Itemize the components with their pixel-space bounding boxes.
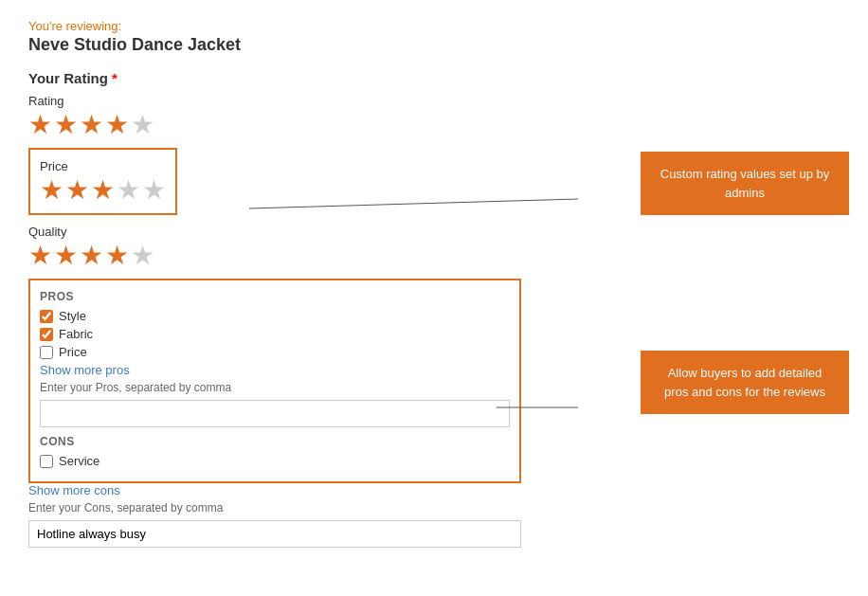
pros-price-label: Price bbox=[59, 345, 87, 359]
custom-rating-annotation: Custom rating values set up by admins bbox=[641, 152, 849, 215]
overall-rating-group: Rating ★ ★ ★ ★ ★ bbox=[28, 94, 559, 138]
price-rating-box: Price ★ ★ ★ ★ ★ bbox=[28, 148, 177, 215]
quality-star-5[interactable]: ★ bbox=[131, 243, 154, 269]
quality-star-1[interactable]: ★ bbox=[28, 243, 52, 269]
price-star-3[interactable]: ★ bbox=[91, 177, 115, 204]
cons-item-service: Service bbox=[40, 454, 510, 468]
quality-stars[interactable]: ★ ★ ★ ★ ★ bbox=[28, 243, 559, 269]
pros-input[interactable] bbox=[40, 400, 510, 427]
cons-service-checkbox[interactable] bbox=[40, 455, 53, 468]
cons-label: CONS bbox=[40, 435, 510, 448]
review-form: You're reviewing: Neve Studio Dance Jack… bbox=[28, 19, 559, 555]
star-4[interactable]: ★ bbox=[105, 112, 129, 138]
pros-cons-annotation-box: Allow buyers to add detailed pros and co… bbox=[641, 351, 849, 414]
custom-rating-annotation-box: Custom rating values set up by admins bbox=[641, 152, 849, 215]
required-asterisk: * bbox=[112, 70, 118, 86]
your-rating-label: Your Rating * bbox=[28, 70, 559, 86]
cons-hint: Enter your Cons, separated by comma bbox=[28, 501, 559, 515]
reviewing-label: You're reviewing: bbox=[28, 19, 559, 33]
star-5[interactable]: ★ bbox=[131, 112, 154, 138]
price-label: Price bbox=[40, 159, 166, 173]
quality-star-2[interactable]: ★ bbox=[54, 243, 78, 269]
quality-label: Quality bbox=[28, 225, 559, 239]
product-title: Neve Studio Dance Jacket bbox=[28, 35, 559, 55]
cons-input[interactable] bbox=[28, 520, 521, 548]
quality-star-3[interactable]: ★ bbox=[80, 243, 103, 269]
pros-price-checkbox[interactable] bbox=[40, 346, 53, 359]
quality-star-4[interactable]: ★ bbox=[105, 243, 129, 269]
custom-rating-annotation-text: Custom rating values set up by admins bbox=[660, 167, 829, 200]
pros-hint: Enter your Pros, separated by comma bbox=[40, 381, 510, 394]
star-1[interactable]: ★ bbox=[28, 112, 52, 138]
rating-label: Rating bbox=[28, 94, 559, 108]
pros-item-price: Price bbox=[40, 345, 510, 359]
show-more-pros-link[interactable]: Show more pros bbox=[40, 363, 510, 377]
pros-item-style: Style bbox=[40, 309, 510, 323]
overall-stars[interactable]: ★ ★ ★ ★ ★ bbox=[28, 112, 559, 138]
pros-fabric-checkbox[interactable] bbox=[40, 328, 53, 341]
pros-label: PROS bbox=[40, 290, 510, 303]
pros-style-checkbox[interactable] bbox=[40, 310, 53, 323]
pros-cons-box: PROS Style Fabric Price Show more pros E… bbox=[28, 279, 521, 483]
star-3[interactable]: ★ bbox=[80, 112, 103, 138]
pros-cons-annotation: Allow buyers to add detailed pros and co… bbox=[641, 351, 849, 414]
price-star-2[interactable]: ★ bbox=[65, 177, 89, 204]
price-stars[interactable]: ★ ★ ★ ★ ★ bbox=[40, 177, 166, 204]
pros-fabric-label: Fabric bbox=[59, 327, 93, 341]
cons-service-label: Service bbox=[59, 454, 99, 468]
your-rating-text: Your Rating bbox=[28, 70, 108, 86]
pros-cons-annotation-text: Allow buyers to add detailed pros and co… bbox=[664, 366, 825, 399]
price-star-5[interactable]: ★ bbox=[142, 177, 166, 204]
star-2[interactable]: ★ bbox=[54, 112, 78, 138]
price-star-4[interactable]: ★ bbox=[117, 177, 140, 204]
show-more-cons-link[interactable]: Show more cons bbox=[28, 483, 559, 497]
pros-style-label: Style bbox=[59, 309, 86, 323]
quality-rating-group: Quality ★ ★ ★ ★ ★ bbox=[28, 225, 559, 269]
price-star-1[interactable]: ★ bbox=[40, 177, 63, 204]
pros-item-fabric: Fabric bbox=[40, 327, 510, 341]
